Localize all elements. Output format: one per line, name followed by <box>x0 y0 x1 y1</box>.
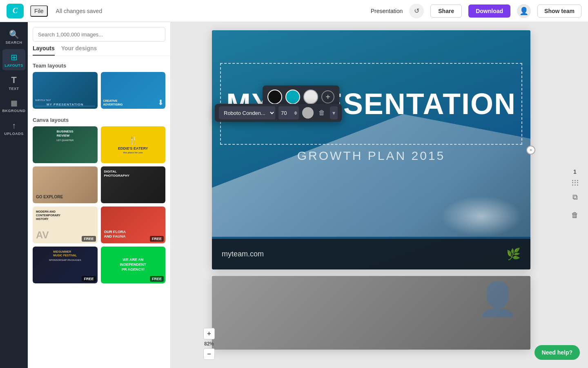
duplicate-page-button[interactable]: ⧉ <box>568 191 581 204</box>
leaf-icon: 🌿 <box>506 247 521 261</box>
team-layouts-grid: MY PRESENTATION SUBTITLE TEXT CREATIVEAD… <box>28 72 170 114</box>
layouts-panel: Layouts Your designs Team layouts MY PRE… <box>28 22 171 368</box>
pages-grid-icon[interactable] <box>572 180 578 186</box>
tab-your-designs[interactable]: Your designs <box>61 45 97 56</box>
sidebar-item-layouts[interactable]: ⊞ LAYOUTS <box>2 49 25 70</box>
changes-saved-indicator: All changes saved <box>56 8 102 14</box>
canva-card-go-explore[interactable]: GO EXPLORE <box>33 166 98 203</box>
slide-bottom-bar: myteam.com 🌿 <box>212 239 530 269</box>
file-menu-button[interactable]: File <box>30 5 48 17</box>
top-navigation: C File All changes saved Presentation ↺ … <box>0 0 588 22</box>
zoom-level-display: 82% <box>204 341 214 347</box>
sidebar-item-text-label: TEXT <box>9 87 19 91</box>
sidebar-item-background[interactable]: ▦ BKGROUND <box>2 95 25 116</box>
slide-2-figure: 👤 <box>477 280 518 319</box>
sidebar-item-text[interactable]: T TEXT <box>2 72 25 93</box>
team-card-creative-advertising-inner: CREATIVEADVERTISING <box>101 72 166 109</box>
share-button[interactable]: Share <box>430 4 462 18</box>
main-layout: 🔍 SEARCH ⊞ LAYOUTS T TEXT ▦ BKGROUND ↑ U… <box>0 22 588 368</box>
delete-text-button[interactable]: 🗑 <box>317 108 327 117</box>
tab-layouts[interactable]: Layouts <box>33 45 55 56</box>
undo-button[interactable]: ↺ <box>409 4 424 18</box>
need-help-button[interactable]: Need help? <box>535 345 580 360</box>
right-sidebar-controls: 1 ⧉ 🗑 <box>568 168 581 222</box>
font-size-down-arrow[interactable] <box>294 113 297 115</box>
panel-search-area <box>28 22 170 45</box>
slide-wrapper: MY PRESENTATION GROWTH PLAN 2015 myteam.… <box>212 30 530 269</box>
canva-card-modern-contemporary[interactable]: AV MODERN ANDCONTEMPORARYHISTORY FREE <box>33 206 98 243</box>
background-icon: ▦ <box>11 99 18 108</box>
canva-layouts-title: Canva layouts <box>28 114 170 126</box>
canva-card-independent-pr[interactable]: WE ARE ANINDEPENDENTPR AGENCY/ FREE <box>101 247 166 283</box>
sidebar-item-search[interactable]: 🔍 SEARCH <box>2 26 25 47</box>
font-options-dropdown[interactable]: ▾ <box>330 106 338 119</box>
search-icon: 🔍 <box>9 29 19 39</box>
show-team-button[interactable]: Show team <box>537 4 581 18</box>
team-layouts-title: Team layouts <box>28 59 170 72</box>
zoom-out-button[interactable]: − <box>203 348 215 360</box>
left-sidebar: 🔍 SEARCH ⊞ LAYOUTS T TEXT ▦ BKGROUND ↑ U… <box>0 22 28 368</box>
canva-card-digital-photography[interactable]: DIGITALPHOTOGRAPHY <box>101 166 166 203</box>
canva-card-flora-fauna[interactable]: OUR FLORAAND FAUNA FREE <box>101 206 166 243</box>
slide-canvas[interactable]: MY PRESENTATION GROWTH PLAN 2015 myteam.… <box>212 30 530 269</box>
card-badge-free: FREE <box>82 236 96 242</box>
avatar[interactable]: 👤 <box>517 4 531 18</box>
color-swatch-teal[interactable] <box>285 90 300 104</box>
card-badge-free-4: FREE <box>150 276 164 282</box>
delete-page-button[interactable]: 🗑 <box>568 209 581 222</box>
sidebar-item-background-label: BKGROUND <box>2 109 26 113</box>
zoom-in-button[interactable]: + <box>203 328 215 339</box>
slide-subtitle-text[interactable]: GROWTH PLAN 2015 <box>212 149 530 163</box>
card-badge-free-2: FREE <box>150 236 164 242</box>
search-input[interactable] <box>33 27 165 42</box>
text-icon: T <box>11 75 16 85</box>
uploads-icon: ↑ <box>12 121 16 130</box>
layouts-icon: ⊞ <box>11 52 18 62</box>
slide-website-text: myteam.com <box>222 250 264 258</box>
panel-tabs: Layouts Your designs <box>28 45 170 56</box>
team-card-my-presentation-inner: MY PRESENTATION SUBTITLE TEXT <box>33 72 98 109</box>
canva-logo[interactable]: C <box>7 4 24 18</box>
zoom-controls: + 82% − <box>203 328 215 360</box>
team-card-my-presentation[interactable]: MY PRESENTATION SUBTITLE TEXT <box>33 72 98 109</box>
slide-clouds-graphic <box>441 196 522 237</box>
canva-card-business-review[interactable]: BUSINESSREVIEW 1ST QUARTER <box>33 126 98 163</box>
canva-card-eddies-eatery[interactable]: 🍴 EDDIE'S EATERY the place for you <box>101 126 166 163</box>
font-size-up-arrow[interactable] <box>294 111 297 113</box>
card-badge-free-3: FREE <box>82 276 96 282</box>
slide-2-preview[interactable]: 👤 <box>212 276 530 350</box>
presentation-name-label[interactable]: Presentation <box>371 8 403 14</box>
resize-handle[interactable]: ○ <box>526 146 535 155</box>
panel-scroll-area: Team layouts MY PRESENTATION SUBTITLE TE… <box>28 59 170 368</box>
page-number: 1 <box>573 168 577 175</box>
canvas-area: + Roboto Conden... 🗑 ▾ <box>171 22 588 368</box>
canva-card-midsummer[interactable]: MIDSUMMERMUSIC FESTIVAL SPONSORSHIP PACK… <box>33 247 98 283</box>
team-card-creative-advertising[interactable]: CREATIVEADVERTISING ⬇ <box>101 72 166 109</box>
canva-layouts-grid: BUSINESSREVIEW 1ST QUARTER 🍴 EDDIE'S EAT… <box>28 126 170 288</box>
color-swatch-white[interactable] <box>303 90 318 104</box>
font-color-swatch[interactable] <box>302 107 314 119</box>
sidebar-item-uploads[interactable]: ↑ UPLOADS <box>2 118 25 139</box>
download-button[interactable]: Download <box>468 4 510 18</box>
font-family-select[interactable]: Roboto Conden... <box>219 106 275 119</box>
color-swatch-black[interactable] <box>267 90 282 104</box>
font-size-control <box>278 106 299 119</box>
add-color-button[interactable]: + <box>321 90 334 103</box>
sidebar-item-search-label: SEARCH <box>5 40 22 45</box>
font-toolbar: Roboto Conden... 🗑 ▾ <box>215 104 342 122</box>
sidebar-item-layouts-label: LAYOUTS <box>4 63 23 67</box>
font-size-input[interactable] <box>281 110 292 116</box>
sidebar-item-uploads-label: UPLOADS <box>4 132 24 136</box>
font-size-arrows <box>294 111 297 115</box>
